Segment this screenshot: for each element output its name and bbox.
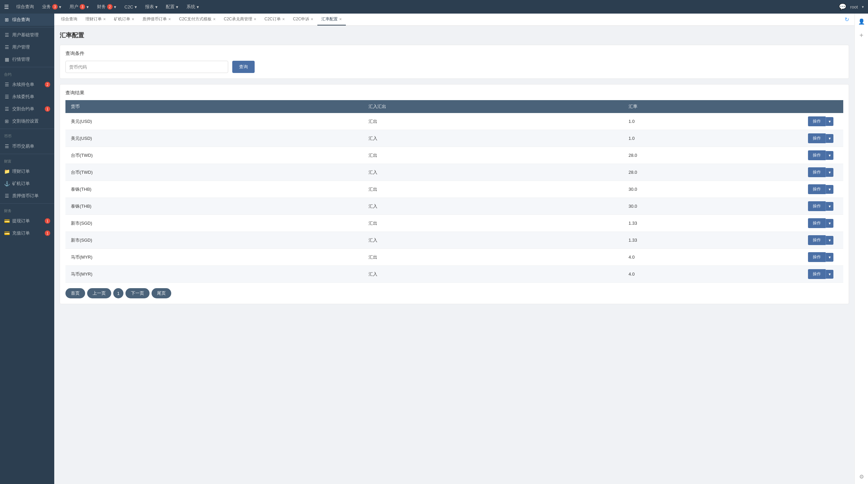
cell-direction: 汇入 [363,164,623,181]
grid-icon: ⊞ [4,17,9,22]
action-dropdown-7[interactable]: ▾ [826,236,833,245]
user-name[interactable]: root [850,4,858,10]
settings-icon[interactable]: ⚙ [857,472,866,482]
tab-理财订单[interactable]: 理财订单 ✕ [81,14,110,25]
nav-item-业务[interactable]: 业务 3 ▾ [39,2,65,11]
action-dropdown-0[interactable]: ▾ [826,117,833,126]
tab-质押借币订单[interactable]: 质押借币订单 ✕ [138,14,175,25]
action-dropdown-6[interactable]: ▾ [826,219,833,228]
search-button[interactable]: 查询 [232,61,255,73]
action-dropdown-9[interactable]: ▾ [826,270,833,279]
tab-C2C订单[interactable]: C2C订单 ✕ [260,14,289,25]
chevron-down-icon: ▾ [59,4,61,10]
cell-direction: 汇入 [363,266,623,283]
next-page-button[interactable]: 下一页 [125,288,150,298]
action-dropdown-2[interactable]: ▾ [826,151,833,160]
nav-item-财务[interactable]: 财务 2 ▾ [94,2,120,11]
tab-close-icon[interactable]: ✕ [132,17,134,21]
tab-综合查询[interactable]: 综合查询 [57,14,81,25]
menu-icon[interactable]: ☰ [4,4,9,10]
right-panel: 👤 + ⚙ [854,14,868,484]
refresh-icon[interactable]: ↻ [842,15,852,24]
action-button-2[interactable]: 操作 [808,150,826,160]
cell-rate: 28.0 [623,164,803,181]
tab-close-icon[interactable]: ✕ [339,17,342,21]
action-button-9[interactable]: 操作 [808,269,826,279]
action-button-5[interactable]: 操作 [808,201,826,211]
tab-label: 理财订单 [85,16,102,22]
sidebar-item-用户基础管理[interactable]: ☰ 用户基础管理 [0,29,54,41]
action-button-4[interactable]: 操作 [808,184,826,194]
action-button-7[interactable]: 操作 [808,235,826,245]
chevron-down-icon: ▾ [86,4,89,10]
sidebar-item-用户管理[interactable]: ☰ 用户管理 [0,41,54,53]
tab-close-icon[interactable]: ✕ [213,17,216,21]
sidebar-item-币币交易单[interactable]: ☰ 币币交易单 [0,140,54,152]
tab-矿机订单[interactable]: 矿机订单 ✕ [110,14,138,25]
action-dropdown-3[interactable]: ▾ [826,168,833,177]
sidebar-item-综合查询[interactable]: ⊞ 综合查询 [0,14,54,26]
action-button-6[interactable]: 操作 [808,218,826,228]
tab-close-icon[interactable]: ✕ [254,17,256,21]
sidebar-item-矿机订单[interactable]: ⚓ 矿机订单 [0,178,54,190]
cell-action: 操作 ▾ [803,181,843,198]
action-dropdown-8[interactable]: ▾ [826,253,833,262]
sidebar-item-理财订单[interactable]: 📁 理财订单 [0,165,54,178]
action-button-1[interactable]: 操作 [808,133,826,143]
user-avatar-icon[interactable]: 👤 [856,16,867,27]
chat-icon[interactable]: 💬 [839,3,846,11]
prev-page-button[interactable]: 上一页 [87,288,111,298]
nav-item-报表[interactable]: 报表 ▾ [142,2,161,11]
currency-code-input[interactable] [65,61,228,73]
current-page-number[interactable]: 1 [113,288,123,298]
chevron-down-icon: ▾ [176,4,178,10]
tab-C2C申诉[interactable]: C2C申诉 ✕ [289,14,317,25]
list-icon: ☰ [4,193,9,199]
nav-item-配置[interactable]: 配置 ▾ [162,2,182,11]
tab-C2C承兑商管理[interactable]: C2C承兑商管理 ✕ [220,14,260,25]
cell-currency: 新市(SGD) [65,215,363,232]
action-button-8[interactable]: 操作 [808,252,826,262]
sidebar-item-label: 提现订单 [12,218,30,224]
nav-label: C2C [124,4,133,10]
tab-close-icon[interactable]: ✕ [168,17,171,21]
tab-close-icon[interactable]: ✕ [282,17,285,21]
action-dropdown-1[interactable]: ▾ [826,134,833,143]
sidebar-badge-交割合约单: 1 [45,106,50,112]
card-icon: 💳 [4,230,9,236]
tab-C2C支付方式模板[interactable]: C2C支付方式模板 ✕ [175,14,220,25]
chevron-down-icon: ▾ [862,5,864,9]
sidebar-item-永续委托单[interactable]: ☰ 永续委托单 [0,91,54,103]
col-header-货币: 货币 [65,100,363,113]
sidebar-item-行情管理[interactable]: ▦ 行情管理 [0,53,54,66]
nav-item-用户[interactable]: 用户 3 ▾ [66,2,92,11]
chart-icon: ▦ [4,57,9,62]
tab-label: 矿机订单 [114,16,130,22]
cell-direction: 汇入 [363,232,623,249]
sidebar-section-财富: 财富 [0,155,54,165]
last-page-button[interactable]: 尾页 [152,288,171,298]
sidebar-item-永续持仓单[interactable]: ☰ 永续持仓单 2 [0,78,54,91]
first-page-button[interactable]: 首页 [65,288,85,298]
tab-汇率配置[interactable]: 汇率配置 ✕ [317,14,346,25]
sidebar-item-label: 币币交易单 [12,143,34,149]
sidebar-item-交割场控设置[interactable]: ⊞ 交割场控设置 [0,115,54,127]
cell-currency: 台币(TWD) [65,164,363,181]
cell-action: 操作 ▾ [803,147,843,164]
nav-item-系统[interactable]: 系统 ▾ [183,2,202,11]
sidebar-item-充值订单[interactable]: 💳 充值订单 1 [0,227,54,239]
action-button-3[interactable]: 操作 [808,167,826,177]
action-button-0[interactable]: 操作 [808,116,826,126]
tab-close-icon[interactable]: ✕ [103,17,106,21]
nav-item-C2C[interactable]: C2C ▾ [121,3,140,11]
chevron-down-icon: ▾ [114,4,116,10]
action-dropdown-4[interactable]: ▾ [826,185,833,194]
cell-currency: 马币(MYR) [65,266,363,283]
sidebar-item-质押借币订单[interactable]: ☰ 质押借币订单 [0,190,54,202]
sidebar-item-提现订单[interactable]: 💳 提现订单 1 [0,215,54,227]
tab-close-icon[interactable]: ✕ [311,17,313,21]
nav-item-综合查询[interactable]: 综合查询 [13,2,37,11]
action-dropdown-5[interactable]: ▾ [826,202,833,211]
sidebar-item-交割合约单[interactable]: ☰ 交割合约单 1 [0,103,54,115]
add-icon[interactable]: + [857,30,866,41]
